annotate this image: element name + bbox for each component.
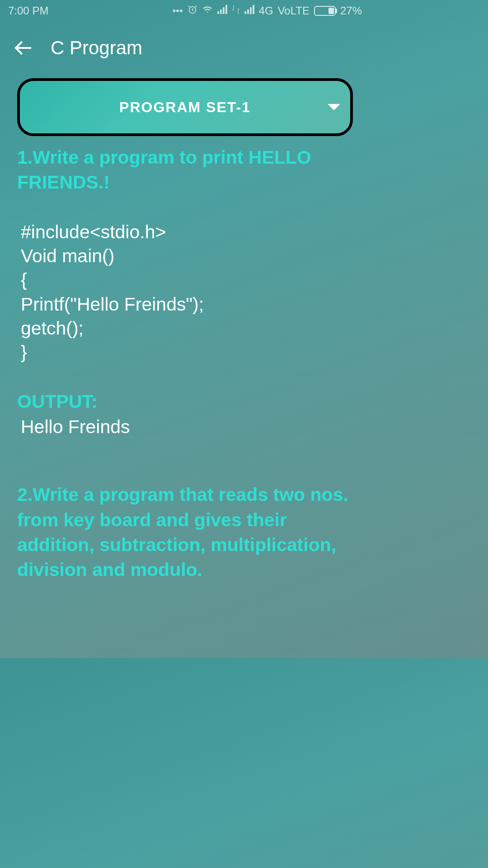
data-transfer-icon — [232, 5, 240, 17]
svg-rect-4 — [225, 5, 227, 14]
question-1-output-label: OUTPUT: — [17, 389, 353, 414]
signal-icon-2 — [244, 5, 254, 17]
network-label: 4G — [259, 5, 273, 17]
question-1-code: #include<stdio.h> Void main() { Printf("… — [17, 220, 353, 365]
back-button[interactable] — [14, 38, 33, 57]
dropdown-selected-label: PROGRAM SET-1 — [119, 99, 251, 116]
more-icon: ••• — [173, 5, 183, 17]
question-1-output: Hello Freinds — [17, 415, 353, 439]
app-header: C Program — [0, 22, 370, 74]
question-2-heading: 2.Write a program that reads two nos. fr… — [17, 482, 353, 582]
content-area: 1.Write a program to print HELLO FRIENDS… — [0, 145, 370, 583]
svg-rect-2 — [220, 9, 222, 14]
chevron-down-icon — [328, 104, 340, 110]
signal-icon — [217, 5, 227, 17]
volte-label: VoLTE — [278, 5, 310, 17]
alarm-icon — [188, 5, 197, 17]
status-time: 7:00 PM — [8, 5, 48, 17]
dropdown-container: PROGRAM SET-1 — [17, 78, 353, 136]
svg-rect-8 — [253, 5, 254, 14]
program-set-dropdown[interactable]: PROGRAM SET-1 — [17, 78, 353, 136]
battery-percent: 27% — [340, 5, 362, 17]
status-right: ••• 4G VoLTE 27% — [173, 5, 362, 17]
svg-rect-1 — [217, 11, 219, 14]
status-bar: 7:00 PM ••• 4G VoLTE 27% — [0, 0, 370, 22]
svg-rect-5 — [244, 11, 246, 14]
svg-rect-3 — [223, 7, 225, 14]
svg-rect-7 — [250, 7, 252, 14]
back-arrow-icon — [14, 40, 32, 56]
svg-rect-6 — [247, 9, 249, 14]
wifi-icon — [202, 5, 213, 17]
page-title: C Program — [51, 37, 142, 59]
battery-icon — [314, 6, 336, 16]
question-1-heading: 1.Write a program to print HELLO FRIENDS… — [17, 145, 353, 195]
